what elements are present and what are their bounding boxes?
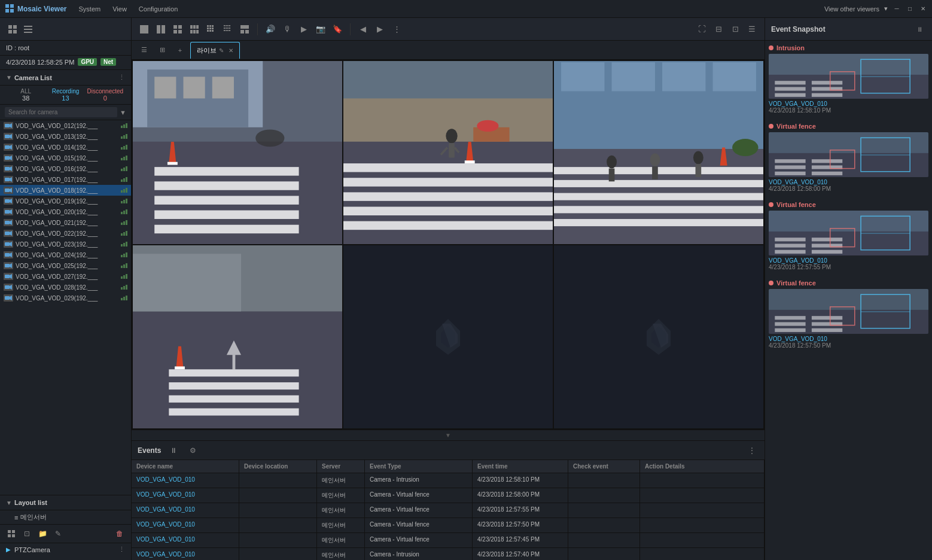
- table-row[interactable]: VOD_VGA_VOD_010 메인서버 Camera - Virtual fe…: [132, 503, 765, 518]
- record-btn[interactable]: 🔖: [330, 22, 345, 37]
- camera-item[interactable]: VOD_VGA_VOD_018(192.___: [0, 185, 131, 196]
- camera-item[interactable]: VOD_VGA_VOD_021(192.___: [0, 217, 131, 228]
- camera-item[interactable]: VOD_VGA_VOD_027(192.___: [0, 271, 131, 282]
- view-other-viewers[interactable]: View other viewers: [824, 5, 879, 13]
- table-row[interactable]: VOD_VGA_VOD_010 메인서버 Camera - Intrusion …: [132, 548, 765, 560]
- bottom-tool-delete[interactable]: 🗑: [113, 527, 126, 540]
- video-cell-1[interactable]: [133, 61, 342, 244]
- svg-rect-109: [343, 207, 553, 215]
- next-page-btn[interactable]: ▶: [372, 22, 388, 37]
- video-cell-3[interactable]: [554, 61, 763, 244]
- split-view-btn[interactable]: ⊟: [711, 22, 726, 37]
- fullscreen-btn[interactable]: ⛶: [694, 22, 709, 37]
- video-cell-5[interactable]: [343, 245, 553, 428]
- play-btn[interactable]: ▶: [296, 22, 312, 37]
- table-row[interactable]: VOD_VGA_VOD_010 메인서버 Camera - Virtual fe…: [132, 518, 765, 533]
- scroll-indicator[interactable]: ▼: [132, 430, 765, 440]
- minimize-button[interactable]: ─: [893, 5, 901, 13]
- menu-view[interactable]: View: [112, 5, 127, 13]
- filter-icon[interactable]: ▼: [120, 109, 126, 116]
- custom-view-btn[interactable]: [237, 22, 252, 37]
- table-row[interactable]: VOD_VGA_VOD_010 메인서버 Camera - Intrusion …: [132, 473, 765, 488]
- camera-item[interactable]: VOD_VGA_VOD_022(192.___: [0, 228, 131, 239]
- video-cell-6[interactable]: [554, 245, 763, 428]
- table-row[interactable]: VOD_VGA_VOD_010 메인서버 Camera - Virtual fe…: [132, 488, 765, 503]
- search-camera-input[interactable]: [5, 107, 117, 117]
- bottom-tool-folder[interactable]: 📁: [36, 527, 49, 540]
- camera-item[interactable]: VOD_VGA_VOD_028(192.___: [0, 282, 131, 293]
- placeholder-logo-2: [635, 313, 683, 361]
- list-item[interactable]: Intrusion VOD_VGA_VOD_010 4/: [769, 44, 928, 115]
- camera-item[interactable]: VOD_VGA_VOD_020(192.___: [0, 206, 131, 217]
- snapshot-pause-btn[interactable]: ⏸: [913, 23, 926, 36]
- col-server: Server: [317, 460, 365, 473]
- bottom-tool-edit[interactable]: ✎: [51, 527, 65, 540]
- camera-item[interactable]: VOD_VGA_VOD_019(192.___: [0, 196, 131, 206]
- camera-item[interactable]: VOD_VGA_VOD_013(192.___: [0, 131, 131, 142]
- camera-item[interactable]: VOD_VGA_VOD_016(192.___: [0, 163, 131, 174]
- ptz-more-icon[interactable]: ⋮: [118, 546, 125, 553]
- single-view-btn[interactable]: [136, 22, 152, 37]
- tab-edit-icon[interactable]: ✎: [219, 47, 224, 54]
- more-btn[interactable]: ⋮: [389, 22, 404, 37]
- restore-button[interactable]: □: [906, 5, 914, 13]
- tab-layout-button[interactable]: ⊞: [154, 42, 170, 58]
- tab-list-button[interactable]: ☰: [136, 42, 152, 58]
- camera-item[interactable]: VOD_VGA_VOD_029(192.___: [0, 293, 131, 303]
- camera-item[interactable]: VOD_VGA_VOD_014(192.___: [0, 142, 131, 153]
- nine-view-btn[interactable]: [203, 22, 219, 37]
- camera-item[interactable]: VOD_VGA_VOD_023(192.___: [0, 239, 131, 249]
- snapshot-thumbnail[interactable]: [769, 54, 928, 99]
- camera-item[interactable]: VOD_VGA_VOD_024(192.___: [0, 249, 131, 260]
- camera-name: VOD_VGA_VOD_024(192.___: [16, 252, 118, 258]
- grid-view-button[interactable]: [5, 22, 20, 37]
- svg-rect-137: [696, 164, 702, 177]
- menu-configuration[interactable]: Configuration: [139, 5, 178, 13]
- svg-rect-31: [5, 232, 10, 235]
- camera-list-collapse-icon[interactable]: ▼: [6, 74, 12, 81]
- tab-add-button[interactable]: +: [172, 42, 188, 58]
- two-view-btn[interactable]: [153, 22, 169, 37]
- mic-btn[interactable]: 🎙: [279, 22, 295, 37]
- layout-list-collapse-icon[interactable]: ▼: [6, 500, 12, 506]
- snapshot-thumbnail[interactable]: [769, 211, 928, 255]
- table-row[interactable]: VOD_VGA_VOD_010 메인서버 Camera - Virtual fe…: [132, 533, 765, 548]
- dropdown-icon[interactable]: ▾: [884, 5, 888, 13]
- video-cell-2[interactable]: [343, 61, 553, 244]
- video-cell-4[interactable]: [133, 245, 342, 428]
- list-item[interactable]: Virtual fence VOD_VGA_VOD_010: [769, 279, 928, 351]
- camera-item[interactable]: VOD_VGA_VOD_012(192.___: [0, 120, 131, 131]
- six-view-btn[interactable]: [187, 22, 202, 37]
- panel-view-btn[interactable]: ☰: [744, 22, 760, 37]
- prev-page-btn[interactable]: ◀: [355, 22, 371, 37]
- snapshot-device-name: VOD_VGA_VOD_010: [769, 179, 928, 185]
- list-item[interactable]: Virtual fence VOD_VGA_VOD_010: [769, 123, 928, 194]
- bottom-tool-list[interactable]: ⊡: [20, 527, 33, 540]
- snapshot-btn[interactable]: 📷: [313, 22, 328, 37]
- snapshot-event-header: Virtual fence: [769, 279, 928, 287]
- close-button[interactable]: ✕: [919, 5, 927, 13]
- layout-item-main[interactable]: ≡ 메인서버: [0, 510, 131, 524]
- ptz-camera-item[interactable]: ▶ PTZCamera ⋮: [0, 543, 131, 556]
- events-menu-btn[interactable]: ⋮: [745, 444, 759, 457]
- tab-close-icon[interactable]: ✕: [229, 47, 233, 54]
- camera-item[interactable]: VOD_VGA_VOD_015(192.___: [0, 153, 131, 163]
- events-settings-btn[interactable]: ⚙: [186, 444, 199, 457]
- svg-rect-50: [157, 25, 160, 34]
- snapshot-timestamp: 4/23/2018 12:58:10 PM: [769, 107, 928, 114]
- menu-system[interactable]: System: [79, 5, 101, 13]
- tab-live[interactable]: 라이브 ✎ ✕: [190, 42, 240, 59]
- bottom-tool-grid[interactable]: [5, 527, 18, 540]
- events-pause-btn[interactable]: ⏸: [167, 444, 180, 457]
- camera-item[interactable]: VOD_VGA_VOD_017(192.___: [0, 174, 131, 185]
- audio-btn[interactable]: 🔊: [263, 22, 278, 37]
- snapshot-thumbnail[interactable]: [769, 132, 928, 177]
- camera-list-menu-icon[interactable]: ⋮: [118, 74, 125, 81]
- list-item[interactable]: Virtual fence VOD_VGA_VOD_010: [769, 201, 928, 272]
- camera-item[interactable]: VOD_VGA_VOD_025(192.___: [0, 260, 131, 271]
- sixteen-view-btn[interactable]: [220, 22, 236, 37]
- snapshot-thumbnail[interactable]: [769, 289, 928, 334]
- compact-view-btn[interactable]: ⊡: [727, 22, 743, 37]
- list-view-button[interactable]: [20, 22, 36, 37]
- quad-view-btn[interactable]: [170, 22, 185, 37]
